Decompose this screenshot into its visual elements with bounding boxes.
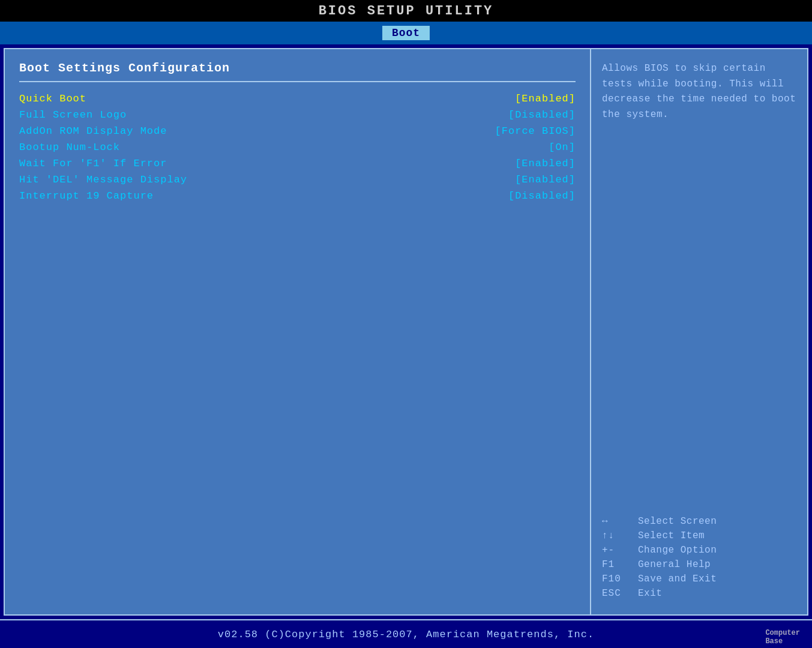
keybind-row: +-Change Option <box>602 545 796 556</box>
setting-value: [Enabled] <box>515 174 576 185</box>
watermark: ComputerBase <box>765 629 800 646</box>
keybind-row: ESCExit <box>602 588 796 599</box>
top-bar: BIOS SETUP UTILITY <box>0 0 812 22</box>
key-symbol: ↔ <box>602 516 638 527</box>
section-title: Boot Settings Configuration <box>19 61 576 75</box>
key-action: Change Option <box>638 545 717 556</box>
setting-value: [Disabled] <box>508 190 576 202</box>
settings-table: Quick Boot[Enabled]Full Screen Logo[Disa… <box>19 93 576 202</box>
setting-name: Bootup Num-Lock <box>19 142 120 153</box>
setting-value: [Force BIOS] <box>495 125 576 137</box>
setting-value: [On] <box>549 142 576 153</box>
key-symbol: +- <box>602 545 638 556</box>
active-tab[interactable]: Boot <box>382 26 430 40</box>
table-row[interactable]: Quick Boot[Enabled] <box>19 93 576 104</box>
keybindings: ↔Select Screen↑↓Select Item+-Change Opti… <box>602 516 796 602</box>
main-content: Boot Settings Configuration Quick Boot[E… <box>4 48 808 616</box>
setting-value: [Enabled] <box>515 93 576 104</box>
key-symbol: ESC <box>602 588 638 599</box>
setting-value: [Disabled] <box>508 109 576 121</box>
setting-name: Hit 'DEL' Message Display <box>19 174 187 185</box>
keybind-row: F1General Help <box>602 559 796 570</box>
table-row[interactable]: Hit 'DEL' Message Display[Enabled] <box>19 174 576 185</box>
setting-name: Wait For 'F1' If Error <box>19 158 167 169</box>
keybind-row: ↔Select Screen <box>602 516 796 527</box>
key-action: Save and Exit <box>638 574 717 584</box>
keybind-row: F10Save and Exit <box>602 574 796 584</box>
divider <box>19 81 576 82</box>
setting-name: Interrupt 19 Capture <box>19 190 154 202</box>
key-symbol: F1 <box>602 559 638 570</box>
table-row[interactable]: Full Screen Logo[Disabled] <box>19 109 576 121</box>
key-action: Select Screen <box>638 516 717 527</box>
app-title: BIOS SETUP UTILITY <box>319 4 494 19</box>
table-row[interactable]: Bootup Num-Lock[On] <box>19 142 576 153</box>
setting-name: AddOn ROM Display Mode <box>19 125 167 137</box>
key-action: Exit <box>638 588 662 599</box>
key-action: General Help <box>638 559 711 570</box>
keybind-row: ↑↓Select Item <box>602 530 796 541</box>
setting-name: Full Screen Logo <box>19 109 127 121</box>
right-panel: Allows BIOS to skip certain tests while … <box>591 49 807 614</box>
version-text: v02.58 (C)Copyright 1985-2007, American … <box>218 629 594 640</box>
setting-value: [Enabled] <box>515 158 576 169</box>
help-text: Allows BIOS to skip certain tests while … <box>602 61 796 122</box>
left-panel: Boot Settings Configuration Quick Boot[E… <box>5 49 591 614</box>
tab-bar: Boot <box>0 22 812 44</box>
table-row[interactable]: Wait For 'F1' If Error[Enabled] <box>19 158 576 169</box>
table-row[interactable]: Interrupt 19 Capture[Disabled] <box>19 190 576 202</box>
setting-name: Quick Boot <box>19 93 86 104</box>
table-row[interactable]: AddOn ROM Display Mode[Force BIOS] <box>19 125 576 137</box>
key-action: Select Item <box>638 530 705 541</box>
bottom-bar: v02.58 (C)Copyright 1985-2007, American … <box>0 619 812 648</box>
key-symbol: ↑↓ <box>602 530 638 541</box>
key-symbol: F10 <box>602 574 638 584</box>
